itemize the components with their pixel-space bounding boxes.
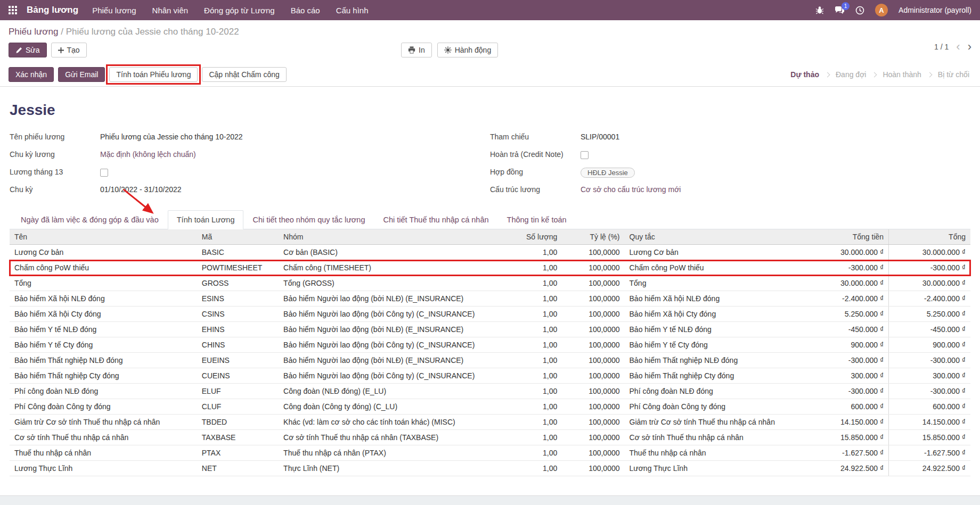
notebook-tab[interactable]: Chi tiết theo nhóm quy tắc lương	[243, 210, 374, 229]
action-button[interactable]: Hành động	[437, 43, 499, 57]
print-button[interactable]: In	[401, 43, 432, 57]
breadcrumb-parent-link[interactable]: Phiếu lương	[9, 27, 58, 37]
table-row[interactable]: Bảo hiểm Y tế Cty đóngCHINSBảo hiểm Ngườ…	[10, 337, 970, 353]
breadcrumb-separator: /	[61, 27, 63, 37]
cell-name: Bảo hiểm Thất nghiệp Cty đóng	[10, 368, 197, 384]
notebook-tab[interactable]: Tính toán Lương	[168, 210, 244, 229]
table-row[interactable]: Bảo hiểm Y tế NLĐ đóngEHINSBảo hiểm Ngườ…	[10, 322, 970, 337]
cell-rate: 100,0000	[562, 353, 624, 368]
column-header[interactable]: Tổng tiền	[826, 229, 888, 245]
bug-icon[interactable]	[815, 6, 824, 14]
form-sheet: Jessie Tên phiếu lươngPhiếu lương của Je…	[0, 87, 980, 476]
table-row[interactable]: Bảo hiểm Thất nghiệp Cty đóngCUEINSBảo h…	[10, 368, 970, 384]
cell-category: Bảo hiểm Người lao động (bởi NLĐ) (E_INS…	[279, 291, 509, 307]
column-header[interactable]: Nhóm	[279, 229, 509, 245]
table-row[interactable]: Chấm công PoW thiếuPOWTIMESHEETChấm công…	[10, 260, 970, 276]
statusbar-action-button[interactable]: Tính toán Phiếu lương	[109, 67, 198, 82]
cell-category: Tổng (GROSS)	[279, 276, 509, 291]
statusbar-action-button[interactable]: Gửi Email	[58, 67, 105, 82]
status-state[interactable]: Hoàn thành	[883, 70, 921, 79]
messages-icon[interactable]: 1	[835, 6, 845, 15]
field-label: Lương tháng 13	[10, 167, 100, 176]
cell-qty: 1,00	[509, 415, 562, 430]
edit-button[interactable]: Sửa	[9, 43, 47, 57]
print-button-label: In	[419, 46, 425, 54]
column-header[interactable]: Tổng	[889, 229, 970, 245]
table-row[interactable]: TổngGROSSTổng (GROSS)1,00100,0000Tổng30.…	[10, 276, 970, 291]
create-button[interactable]: Tạo	[51, 43, 87, 57]
control-panel: Phiếu lương / Phiếu lương của Jessie cho…	[0, 20, 980, 63]
field-link[interactable]: Cơ sở cho cấu trúc lương mới	[581, 185, 681, 194]
table-row[interactable]: Lương Cơ bảnBASICCơ bản (BASIC)1,00100,0…	[10, 245, 970, 260]
cell-category: Chấm công (TIMESHEET)	[279, 260, 509, 276]
cell-rule: Bảo hiểm Y tế NLĐ đóng	[625, 322, 827, 337]
table-row[interactable]: Phí công đoàn NLĐ đóngELUFCông đoàn (NLĐ…	[10, 384, 970, 399]
table-row[interactable]: Bảo hiểm Xã hội Cty đóngCSINSBảo hiểm Ng…	[10, 307, 970, 322]
cell-rate: 100,0000	[562, 368, 624, 384]
bottom-scroll-strip[interactable]	[0, 495, 980, 505]
cell-rate: 100,0000	[562, 399, 624, 415]
cell-total: -300.000 ₫	[889, 260, 970, 276]
cell-amount: -300.000 ₫	[826, 353, 888, 368]
field-value: SLIP/00001	[581, 131, 619, 141]
nav-menu-item[interactable]: Đóng góp từ Lương	[204, 6, 275, 15]
cell-category: Thuế thu nhập cá nhân (PTAX)	[279, 445, 509, 461]
user-menu[interactable]: Administrator (payroll)	[899, 6, 971, 14]
cell-category: Bảo hiểm Người lao động (bởi NLĐ) (E_INS…	[279, 353, 509, 368]
form-field: Chu kỳ lươngMặc định (không lệch chuẩn)	[10, 149, 490, 167]
status-state[interactable]: Dự thảo	[790, 70, 819, 79]
cell-code: PTAX	[197, 445, 279, 461]
checkbox[interactable]	[100, 169, 108, 177]
plus-icon	[58, 47, 64, 53]
cell-total: 14.150.000 ₫	[889, 415, 970, 430]
app-name[interactable]: Bảng lương	[27, 5, 78, 15]
notebook-tab[interactable]: Chi tiết Thuế thu nhập cá nhân	[374, 210, 498, 229]
cell-rule: Cơ sở tính Thuế thu nhập cá nhân	[625, 430, 827, 445]
edit-button-label: Sửa	[26, 46, 40, 54]
notebook-tab[interactable]: Thông tin kế toán	[498, 210, 576, 229]
cell-name: Phí công đoàn NLĐ đóng	[10, 384, 197, 399]
nav-menu-item[interactable]: Cấu hình	[336, 6, 369, 15]
nav-menu-item[interactable]: Báo cáo	[291, 6, 320, 15]
statusbar-action-button[interactable]: Cập nhật Chấm công	[202, 67, 286, 82]
contract-badge[interactable]: HĐLĐ Jessie	[581, 168, 635, 178]
table-row[interactable]: Bảo hiểm Thất nghiệp NLĐ đóngEUEINSBảo h…	[10, 353, 970, 368]
status-state[interactable]: Bị từ chối	[938, 70, 969, 79]
field-label: Hợp đồng	[490, 167, 581, 176]
table-row[interactable]: Cơ sở tính Thuế thu nhập cá nhânTAXBASEC…	[10, 430, 970, 445]
notebook-tab[interactable]: Ngày đã làm việc & đóng góp & đầu vào	[12, 210, 168, 229]
column-header[interactable]: Tỷ lệ (%)	[562, 229, 624, 245]
status-state[interactable]: Đang đợi	[836, 70, 866, 79]
cell-rule: Tổng	[625, 276, 827, 291]
apps-grid-icon[interactable]	[9, 6, 17, 14]
cell-category: Khác (vd: làm cơ sở cho các tính toán kh…	[279, 415, 509, 430]
table-row[interactable]: Thuế thu nhập cá nhânPTAXThuế thu nhập c…	[10, 445, 970, 461]
statusbar-action-button[interactable]: Xác nhận	[9, 67, 54, 82]
column-header[interactable]: Số lượng	[509, 229, 562, 245]
cell-code: CLUF	[197, 399, 279, 415]
cell-qty: 1,00	[509, 276, 562, 291]
field-label: Hoàn trả (Credit Note)	[490, 149, 581, 159]
table-row[interactable]: Bảo hiểm Xã hội NLĐ đóngESINSBảo hiểm Ng…	[10, 291, 970, 307]
user-avatar[interactable]: A	[875, 4, 888, 16]
pager-previous-icon[interactable]: ‹	[956, 43, 960, 51]
column-header[interactable]: Mã	[197, 229, 279, 245]
cell-category: Công đoàn (Công ty đóng) (C_LU)	[279, 399, 509, 415]
field-value	[581, 149, 589, 161]
checkbox[interactable]	[581, 151, 589, 159]
nav-menu-item[interactable]: Nhân viên	[152, 6, 189, 15]
table-row[interactable]: Giảm trừ Cơ sở tính Thuế thu nhập cá nhâ…	[10, 415, 970, 430]
cell-category: Thực Lĩnh (NET)	[279, 461, 509, 476]
pager-next-icon[interactable]: ›	[968, 43, 971, 51]
top-navbar: Bảng lương Phiếu lươngNhân viênĐóng góp …	[0, 0, 980, 20]
nav-menu-item[interactable]: Phiếu lương	[92, 6, 136, 15]
table-row[interactable]: Lương Thực LĩnhNETThực Lĩnh (NET)1,00100…	[10, 461, 970, 476]
column-header[interactable]: Tên	[10, 229, 197, 245]
table-row[interactable]: Phí Công đoàn Công ty đóngCLUFCông đoàn …	[10, 399, 970, 415]
field-link[interactable]: Mặc định (không lệch chuẩn)	[100, 150, 196, 159]
navbar-menus: Phiếu lươngNhân viênĐóng góp từ LươngBáo…	[92, 6, 368, 15]
activities-clock-icon[interactable]	[855, 6, 864, 15]
column-header[interactable]: Quy tắc	[625, 229, 827, 245]
field-value	[100, 167, 108, 178]
create-button-label: Tạo	[67, 46, 80, 54]
